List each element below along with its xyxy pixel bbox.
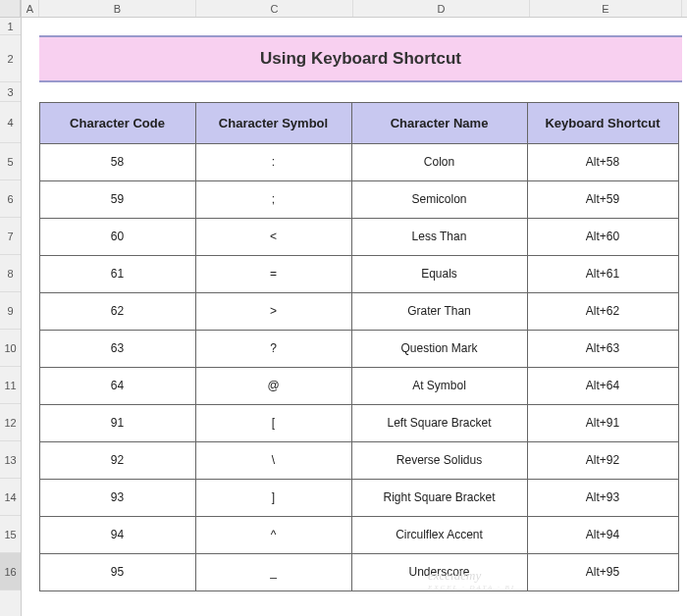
cell-symbol[interactable]: ? xyxy=(195,330,352,368)
cell-shortcut[interactable]: Alt+60 xyxy=(527,218,679,256)
row-header-13[interactable]: 13 xyxy=(0,441,21,479)
cell-name[interactable]: Colon xyxy=(351,143,528,181)
cell-symbol[interactable]: ; xyxy=(195,180,352,219)
table-row: 59;SemicolonAlt+59 xyxy=(39,180,682,218)
cell-code[interactable]: 94 xyxy=(39,516,196,554)
cell-code[interactable]: 62 xyxy=(39,292,196,331)
cell-code[interactable]: 60 xyxy=(39,218,196,256)
cell-name[interactable]: Semicolon xyxy=(351,180,528,219)
column-headers: A B C D E xyxy=(22,0,687,18)
header-character-symbol[interactable]: Character Symbol xyxy=(195,102,352,144)
cell-name[interactable]: Left Square Bracket xyxy=(351,404,528,442)
cell-symbol[interactable]: = xyxy=(195,255,352,293)
cell-code[interactable]: 91 xyxy=(39,404,196,442)
col-header-e[interactable]: E xyxy=(530,0,682,17)
cell-shortcut[interactable]: Alt+93 xyxy=(527,479,679,517)
cell-symbol[interactable]: _ xyxy=(195,553,352,591)
table-row: 62>Grater ThanAlt+62 xyxy=(39,292,682,330)
data-table: Character Code Character Symbol Characte… xyxy=(39,102,682,590)
row-header-16[interactable]: 16 xyxy=(0,553,21,590)
row-headers: 12345678910111213141516 xyxy=(0,0,22,616)
cell-name[interactable]: Grater Than xyxy=(351,292,528,331)
main-area: A B C D E Using Keyboard Shortcut Charac… xyxy=(22,0,687,616)
cell-shortcut[interactable]: Alt+94 xyxy=(527,516,679,554)
cell-shortcut[interactable]: Alt+58 xyxy=(527,143,679,181)
row-header-6[interactable]: 6 xyxy=(0,180,21,218)
cell-name[interactable]: Question Mark xyxy=(351,330,528,368)
row-header-9[interactable]: 9 xyxy=(0,292,21,330)
cell-code[interactable]: 95 xyxy=(39,553,196,591)
col-header-d[interactable]: D xyxy=(353,0,530,17)
cell-symbol[interactable]: : xyxy=(195,143,352,181)
cell-name[interactable]: At Symbol xyxy=(351,367,528,405)
row-header-5[interactable]: 5 xyxy=(0,143,21,180)
cell-shortcut[interactable]: Alt+92 xyxy=(527,441,679,480)
row-header-4[interactable]: 4 xyxy=(0,102,21,143)
cell-symbol[interactable]: < xyxy=(195,218,352,256)
col-header-b[interactable]: B xyxy=(39,0,196,17)
cell-code[interactable]: 92 xyxy=(39,441,196,480)
cell-name[interactable]: Circulflex Accent xyxy=(351,516,528,554)
col-header-c[interactable]: C xyxy=(196,0,353,17)
table-row: 58:ColonAlt+58 xyxy=(39,143,682,180)
cell-symbol[interactable]: > xyxy=(195,292,352,331)
table-row: 63?Question MarkAlt+63 xyxy=(39,330,682,367)
cell-code[interactable]: 64 xyxy=(39,367,196,405)
cell-code[interactable]: 59 xyxy=(39,180,196,219)
cell-shortcut[interactable]: Alt+63 xyxy=(527,330,679,368)
row-header-15[interactable]: 15 xyxy=(0,516,21,553)
cell-symbol[interactable]: @ xyxy=(195,367,352,405)
page-title[interactable]: Using Keyboard Shortcut xyxy=(39,35,682,82)
cell-name[interactable]: Underscore xyxy=(351,553,528,591)
row-header-7[interactable]: 7 xyxy=(0,218,21,255)
cell-symbol[interactable]: [ xyxy=(195,404,352,442)
cell-code[interactable]: 58 xyxy=(39,143,196,181)
cell-shortcut[interactable]: Alt+62 xyxy=(527,292,679,331)
table-row: 93]Right Square BracketAlt+93 xyxy=(39,479,682,516)
header-character-code[interactable]: Character Code xyxy=(39,102,196,144)
table-row: 95_UnderscoreAlt+95 xyxy=(39,553,682,590)
select-all-corner[interactable] xyxy=(0,0,21,18)
cell-name[interactable]: Right Square Bracket xyxy=(351,479,528,517)
row-header-3[interactable]: 3 xyxy=(0,82,21,102)
cell-name[interactable]: Reverse Solidus xyxy=(351,441,528,480)
cell-shortcut[interactable]: Alt+61 xyxy=(527,255,679,293)
header-character-name[interactable]: Character Name xyxy=(351,102,528,144)
cell-shortcut[interactable]: Alt+64 xyxy=(527,367,679,405)
cell-symbol[interactable]: ] xyxy=(195,479,352,517)
table-header-row: Character Code Character Symbol Characte… xyxy=(39,102,682,143)
table-row: 91[Left Square BracketAlt+91 xyxy=(39,404,682,441)
table-row: 92\Reverse SolidusAlt+92 xyxy=(39,441,682,479)
cell-shortcut[interactable]: Alt+59 xyxy=(527,180,679,219)
cell-shortcut[interactable]: Alt+95 xyxy=(527,553,679,591)
table-row: 64@At SymbolAlt+64 xyxy=(39,367,682,404)
cell-code[interactable]: 93 xyxy=(39,479,196,517)
cell-code[interactable]: 61 xyxy=(39,255,196,293)
row-header-2[interactable]: 2 xyxy=(0,35,21,82)
row-header-12[interactable]: 12 xyxy=(0,404,21,441)
title-row: Using Keyboard Shortcut xyxy=(22,35,687,82)
row-1-blank[interactable] xyxy=(22,18,687,35)
row-header-11[interactable]: 11 xyxy=(0,367,21,404)
row-3-blank[interactable] xyxy=(22,82,687,102)
row-header-14[interactable]: 14 xyxy=(0,479,21,516)
cell-name[interactable]: Equals xyxy=(351,255,528,293)
cell-name[interactable]: Less Than xyxy=(351,218,528,256)
row-header-10[interactable]: 10 xyxy=(0,330,21,367)
header-keyboard-shortcut[interactable]: Keyboard Shortcut xyxy=(527,102,679,144)
col-header-a[interactable]: A xyxy=(22,0,39,17)
cell-symbol[interactable]: \ xyxy=(195,441,352,480)
table-row: 94^Circulflex AccentAlt+94 xyxy=(39,516,682,553)
table-row: 60<Less ThanAlt+60 xyxy=(39,218,682,255)
cell-symbol[interactable]: ^ xyxy=(195,516,352,554)
content-area: Using Keyboard Shortcut Character Code C… xyxy=(22,18,687,590)
spreadsheet: 12345678910111213141516 A B C D E Using … xyxy=(0,0,687,616)
row-header-8[interactable]: 8 xyxy=(0,255,21,292)
table-row: 61=EqualsAlt+61 xyxy=(39,255,682,292)
cell-shortcut[interactable]: Alt+91 xyxy=(527,404,679,442)
cell-code[interactable]: 63 xyxy=(39,330,196,368)
row-header-1[interactable]: 1 xyxy=(0,18,21,35)
